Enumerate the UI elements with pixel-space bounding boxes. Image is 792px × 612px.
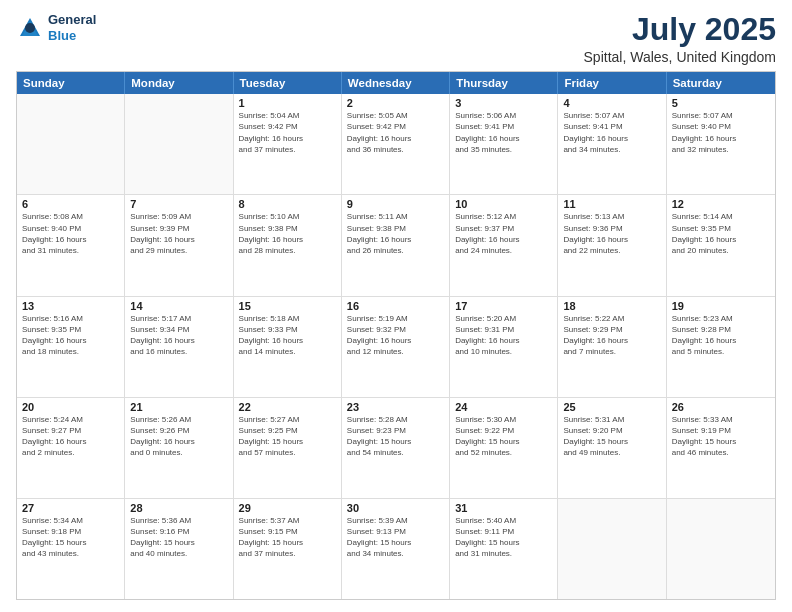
day-number: 12 xyxy=(672,198,770,210)
day-info: Sunrise: 5:05 AM Sunset: 9:42 PM Dayligh… xyxy=(347,110,444,155)
calendar-cell: 19Sunrise: 5:23 AM Sunset: 9:28 PM Dayli… xyxy=(667,297,775,397)
day-number: 1 xyxy=(239,97,336,109)
day-number: 6 xyxy=(22,198,119,210)
svg-point-2 xyxy=(25,23,35,33)
header: General Blue July 2025 Spittal, Wales, U… xyxy=(16,12,776,65)
logo-text: General Blue xyxy=(48,12,96,43)
calendar-cell xyxy=(125,94,233,194)
day-info: Sunrise: 5:40 AM Sunset: 9:11 PM Dayligh… xyxy=(455,515,552,560)
day-info: Sunrise: 5:30 AM Sunset: 9:22 PM Dayligh… xyxy=(455,414,552,459)
day-number: 23 xyxy=(347,401,444,413)
day-info: Sunrise: 5:07 AM Sunset: 9:41 PM Dayligh… xyxy=(563,110,660,155)
calendar-cell: 5Sunrise: 5:07 AM Sunset: 9:40 PM Daylig… xyxy=(667,94,775,194)
calendar-week-2: 6Sunrise: 5:08 AM Sunset: 9:40 PM Daylig… xyxy=(17,195,775,296)
day-info: Sunrise: 5:08 AM Sunset: 9:40 PM Dayligh… xyxy=(22,211,119,256)
calendar-cell: 6Sunrise: 5:08 AM Sunset: 9:40 PM Daylig… xyxy=(17,195,125,295)
calendar-cell: 22Sunrise: 5:27 AM Sunset: 9:25 PM Dayli… xyxy=(234,398,342,498)
day-info: Sunrise: 5:37 AM Sunset: 9:15 PM Dayligh… xyxy=(239,515,336,560)
day-number: 20 xyxy=(22,401,119,413)
day-info: Sunrise: 5:04 AM Sunset: 9:42 PM Dayligh… xyxy=(239,110,336,155)
calendar-cell: 26Sunrise: 5:33 AM Sunset: 9:19 PM Dayli… xyxy=(667,398,775,498)
calendar-cell: 21Sunrise: 5:26 AM Sunset: 9:26 PM Dayli… xyxy=(125,398,233,498)
calendar-week-5: 27Sunrise: 5:34 AM Sunset: 9:18 PM Dayli… xyxy=(17,499,775,599)
day-number: 13 xyxy=(22,300,119,312)
day-number: 14 xyxy=(130,300,227,312)
day-info: Sunrise: 5:09 AM Sunset: 9:39 PM Dayligh… xyxy=(130,211,227,256)
calendar-header-saturday: Saturday xyxy=(667,72,775,94)
day-info: Sunrise: 5:14 AM Sunset: 9:35 PM Dayligh… xyxy=(672,211,770,256)
calendar-cell: 25Sunrise: 5:31 AM Sunset: 9:20 PM Dayli… xyxy=(558,398,666,498)
calendar-cell: 31Sunrise: 5:40 AM Sunset: 9:11 PM Dayli… xyxy=(450,499,558,599)
day-number: 25 xyxy=(563,401,660,413)
day-number: 17 xyxy=(455,300,552,312)
day-info: Sunrise: 5:11 AM Sunset: 9:38 PM Dayligh… xyxy=(347,211,444,256)
day-number: 29 xyxy=(239,502,336,514)
calendar-cell: 17Sunrise: 5:20 AM Sunset: 9:31 PM Dayli… xyxy=(450,297,558,397)
calendar-week-3: 13Sunrise: 5:16 AM Sunset: 9:35 PM Dayli… xyxy=(17,297,775,398)
day-number: 16 xyxy=(347,300,444,312)
day-info: Sunrise: 5:12 AM Sunset: 9:37 PM Dayligh… xyxy=(455,211,552,256)
day-number: 27 xyxy=(22,502,119,514)
calendar-header-row: SundayMondayTuesdayWednesdayThursdayFrid… xyxy=(17,72,775,94)
calendar-cell: 10Sunrise: 5:12 AM Sunset: 9:37 PM Dayli… xyxy=(450,195,558,295)
logo-icon xyxy=(16,14,44,42)
calendar-header-sunday: Sunday xyxy=(17,72,125,94)
calendar-cell: 13Sunrise: 5:16 AM Sunset: 9:35 PM Dayli… xyxy=(17,297,125,397)
day-info: Sunrise: 5:33 AM Sunset: 9:19 PM Dayligh… xyxy=(672,414,770,459)
day-info: Sunrise: 5:24 AM Sunset: 9:27 PM Dayligh… xyxy=(22,414,119,459)
day-number: 3 xyxy=(455,97,552,109)
day-info: Sunrise: 5:16 AM Sunset: 9:35 PM Dayligh… xyxy=(22,313,119,358)
calendar-header-friday: Friday xyxy=(558,72,666,94)
day-number: 11 xyxy=(563,198,660,210)
calendar-cell xyxy=(558,499,666,599)
calendar-cell: 15Sunrise: 5:18 AM Sunset: 9:33 PM Dayli… xyxy=(234,297,342,397)
day-number: 28 xyxy=(130,502,227,514)
day-number: 19 xyxy=(672,300,770,312)
calendar-cell: 14Sunrise: 5:17 AM Sunset: 9:34 PM Dayli… xyxy=(125,297,233,397)
day-number: 31 xyxy=(455,502,552,514)
day-number: 8 xyxy=(239,198,336,210)
day-number: 4 xyxy=(563,97,660,109)
day-info: Sunrise: 5:39 AM Sunset: 9:13 PM Dayligh… xyxy=(347,515,444,560)
day-info: Sunrise: 5:26 AM Sunset: 9:26 PM Dayligh… xyxy=(130,414,227,459)
calendar-header-tuesday: Tuesday xyxy=(234,72,342,94)
day-number: 26 xyxy=(672,401,770,413)
day-info: Sunrise: 5:22 AM Sunset: 9:29 PM Dayligh… xyxy=(563,313,660,358)
calendar-cell: 3Sunrise: 5:06 AM Sunset: 9:41 PM Daylig… xyxy=(450,94,558,194)
day-info: Sunrise: 5:07 AM Sunset: 9:40 PM Dayligh… xyxy=(672,110,770,155)
day-info: Sunrise: 5:28 AM Sunset: 9:23 PM Dayligh… xyxy=(347,414,444,459)
day-info: Sunrise: 5:31 AM Sunset: 9:20 PM Dayligh… xyxy=(563,414,660,459)
subtitle: Spittal, Wales, United Kingdom xyxy=(584,49,776,65)
calendar-cell: 8Sunrise: 5:10 AM Sunset: 9:38 PM Daylig… xyxy=(234,195,342,295)
day-number: 9 xyxy=(347,198,444,210)
calendar-header-wednesday: Wednesday xyxy=(342,72,450,94)
day-info: Sunrise: 5:19 AM Sunset: 9:32 PM Dayligh… xyxy=(347,313,444,358)
day-number: 22 xyxy=(239,401,336,413)
calendar-cell xyxy=(667,499,775,599)
logo: General Blue xyxy=(16,12,96,43)
calendar: SundayMondayTuesdayWednesdayThursdayFrid… xyxy=(16,71,776,600)
day-info: Sunrise: 5:10 AM Sunset: 9:38 PM Dayligh… xyxy=(239,211,336,256)
calendar-week-4: 20Sunrise: 5:24 AM Sunset: 9:27 PM Dayli… xyxy=(17,398,775,499)
calendar-cell xyxy=(17,94,125,194)
day-info: Sunrise: 5:23 AM Sunset: 9:28 PM Dayligh… xyxy=(672,313,770,358)
day-number: 18 xyxy=(563,300,660,312)
calendar-cell: 27Sunrise: 5:34 AM Sunset: 9:18 PM Dayli… xyxy=(17,499,125,599)
logo-blue: Blue xyxy=(48,28,96,44)
calendar-cell: 30Sunrise: 5:39 AM Sunset: 9:13 PM Dayli… xyxy=(342,499,450,599)
main-title: July 2025 xyxy=(584,12,776,47)
day-number: 24 xyxy=(455,401,552,413)
day-number: 2 xyxy=(347,97,444,109)
calendar-cell: 18Sunrise: 5:22 AM Sunset: 9:29 PM Dayli… xyxy=(558,297,666,397)
calendar-cell: 2Sunrise: 5:05 AM Sunset: 9:42 PM Daylig… xyxy=(342,94,450,194)
page: General Blue July 2025 Spittal, Wales, U… xyxy=(0,0,792,612)
calendar-cell: 11Sunrise: 5:13 AM Sunset: 9:36 PM Dayli… xyxy=(558,195,666,295)
day-number: 7 xyxy=(130,198,227,210)
day-info: Sunrise: 5:13 AM Sunset: 9:36 PM Dayligh… xyxy=(563,211,660,256)
calendar-cell: 16Sunrise: 5:19 AM Sunset: 9:32 PM Dayli… xyxy=(342,297,450,397)
day-info: Sunrise: 5:36 AM Sunset: 9:16 PM Dayligh… xyxy=(130,515,227,560)
calendar-cell: 1Sunrise: 5:04 AM Sunset: 9:42 PM Daylig… xyxy=(234,94,342,194)
title-block: July 2025 Spittal, Wales, United Kingdom xyxy=(584,12,776,65)
day-number: 5 xyxy=(672,97,770,109)
day-number: 15 xyxy=(239,300,336,312)
